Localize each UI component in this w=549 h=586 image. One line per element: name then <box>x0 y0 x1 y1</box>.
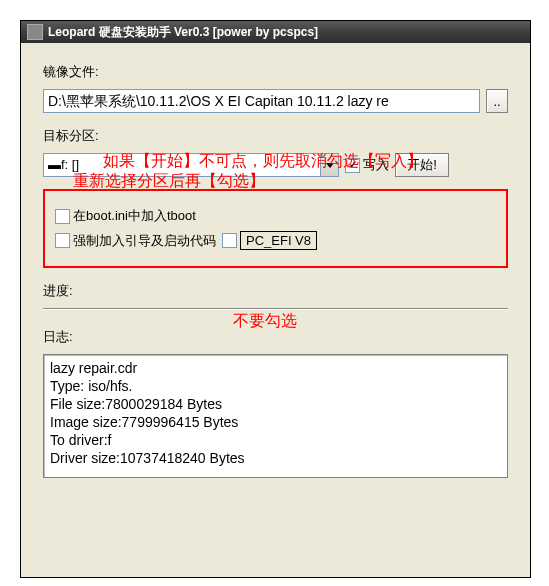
browse-button[interactable]: .. <box>486 89 508 113</box>
target-partition-combo[interactable]: ▬f: [] <box>43 153 339 177</box>
start-button[interactable]: 开始! <box>395 153 449 177</box>
tboot-checkbox-box[interactable] <box>55 209 70 224</box>
tboot-checkbox[interactable]: 在boot.ini中加入tboot <box>55 207 196 225</box>
force-checkbox-label: 强制加入引导及启动代码 <box>73 232 216 250</box>
target-partition-label: 目标分区: <box>43 128 99 143</box>
image-file-label: 镜像文件: <box>43 64 99 79</box>
app-window: Leopard 硬盘安装助手 Ver0.3 [power by pcspcs] … <box>20 20 531 578</box>
pcefi-checkbox[interactable]: PC_EFI V8 <box>222 231 317 250</box>
write-checkbox-box[interactable] <box>345 158 360 173</box>
write-checkbox[interactable]: 写入 <box>345 156 389 174</box>
force-checkbox[interactable]: 强制加入引导及启动代码 <box>55 232 216 250</box>
combo-value: ▬f: [] <box>44 154 320 176</box>
image-file-input[interactable]: D:\黑苹果系统\10.11.2\OS X EI Capitan 10.11.2… <box>43 89 480 113</box>
title-bar[interactable]: Leopard 硬盘安装助手 Ver0.3 [power by pcspcs] <box>21 21 530 43</box>
pcefi-checkbox-label: PC_EFI V8 <box>240 231 317 250</box>
pcefi-checkbox-box[interactable] <box>222 233 237 248</box>
progress-label: 进度: <box>43 283 73 298</box>
client-area: 镜像文件: D:\黑苹果系统\10.11.2\OS X EI Capitan 1… <box>21 43 530 488</box>
tboot-checkbox-label: 在boot.ini中加入tboot <box>73 207 196 225</box>
write-checkbox-label: 写入 <box>363 156 389 174</box>
log-textarea[interactable]: lazy repair.cdr Type: iso/hfs. File size… <box>43 354 508 478</box>
log-label: 日志: <box>43 329 73 344</box>
chevron-down-icon[interactable] <box>320 154 338 176</box>
options-group: 在boot.ini中加入tboot 强制加入引导及启动代码 PC_EFI V8 <box>43 189 508 268</box>
force-checkbox-box[interactable] <box>55 233 70 248</box>
app-icon <box>27 24 43 40</box>
window-title: Leopard 硬盘安装助手 Ver0.3 [power by pcspcs] <box>48 21 318 43</box>
progress-separator <box>43 308 508 310</box>
